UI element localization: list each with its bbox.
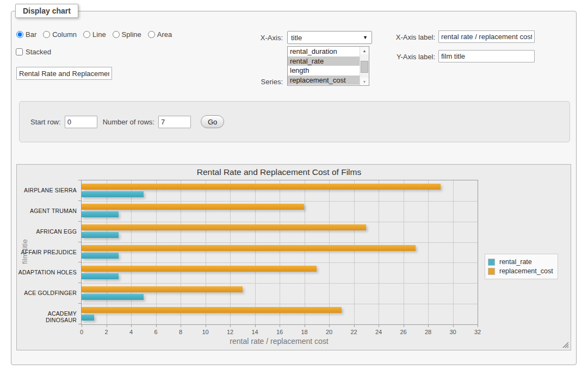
y-tick-mark [78,242,81,242]
series-option-rental_rate[interactable]: rental_rate [288,57,360,66]
bar-replacement_cost [82,184,441,190]
gridline-horizontal [82,304,478,304]
series-listbox-options: rental_durationrental_ratelengthreplacem… [288,47,360,85]
chart-type-option-column[interactable]: Column [43,30,77,39]
scrollbar-thumb[interactable] [361,61,368,73]
chart-type-option-spline[interactable]: Spline [113,30,141,39]
chart-type-radio-bar[interactable] [16,31,23,38]
x-tick-mark [280,325,280,327]
x-axis-selected-value: title [291,34,302,42]
legend-item: replacement_cost [488,267,553,275]
x-tick-label: 16 [271,329,288,335]
chart-title: Rental Rate and Replacement Cost of Film… [81,167,477,177]
x-tick-mark [354,325,355,327]
bar-rental_rate [82,211,119,217]
x-tick-mark [379,325,379,327]
x-tick-label: 6 [148,329,164,335]
bar-replacement_cost [82,204,304,210]
x-tick-mark [305,325,305,327]
y-tick-mark [78,324,81,324]
y-tick-mark [78,303,81,304]
chart-panel: Rental Rate and Replacement Cost of Film… [16,164,571,350]
chart-type-radio-area[interactable] [148,31,155,38]
chart-type-radio-group: BarColumnLineSplineArea [16,30,178,39]
y-tick-label: ADAPTATION HOLES [18,269,77,275]
x-tick-label: 8 [172,329,189,335]
chart-type-radio-line[interactable] [83,31,90,38]
chart-legend: rental_ratereplacement_cost [485,254,558,279]
x-tick-mark [230,325,231,327]
chart-type-radio-label: Bar [26,30,36,39]
x-tick-label: 26 [395,329,412,335]
chart-type-radio-label: Column [52,30,77,39]
series-option-length[interactable]: length [288,66,360,76]
chart-type-option-bar[interactable]: Bar [16,30,36,39]
series-option-replacement_cost[interactable]: replacement_cost [288,76,360,85]
x-tick-label: 28 [420,329,436,335]
start-row-label: Start row: [30,118,61,126]
bar-replacement_cost [82,286,243,292]
bar-replacement_cost [82,245,416,251]
stacked-checkbox-row[interactable]: Stacked [16,48,51,56]
chart-type-radio-spline[interactable] [113,31,120,38]
number-of-rows-label: Number of rows: [103,118,154,126]
x-tick-mark [156,325,157,327]
y-tick-label: AIRPLANE SIERRA [18,187,77,193]
bar-replacement_cost [82,266,317,272]
x-tick-mark [206,325,206,327]
stacked-checkbox[interactable] [16,48,23,55]
chart-title-input[interactable] [16,67,112,80]
x-tick-mark [404,325,404,327]
y-tick-mark [78,200,81,201]
chart-type-radio-column[interactable] [43,31,50,38]
x-tick-label: 32 [469,329,486,335]
series-listbox-scrollbar[interactable]: ▲ ▼ [360,47,369,85]
bar-rental_rate [82,232,119,238]
x-tick-mark [453,325,454,327]
start-row-input[interactable] [65,116,97,128]
x-tick-label: 22 [346,329,362,335]
gridline-horizontal [82,222,478,222]
x-tick-mark [82,325,82,327]
chart-type-radio-label: Spline [122,30,141,39]
legend-label: rental_rate [499,258,532,266]
x-axis-select[interactable]: title ▼ [287,31,372,44]
chart-type-option-line[interactable]: Line [83,30,106,39]
x-axis-field-label: X-Axis: [228,34,283,42]
go-button[interactable]: Go [201,115,224,128]
series-option-rental_duration[interactable]: rental_duration [288,47,360,57]
scroll-up-icon[interactable]: ▲ [360,47,369,54]
x-tick-mark [478,325,478,327]
x-tick-label: 10 [197,329,214,335]
scroll-down-icon[interactable]: ▼ [360,78,369,85]
chart-type-radio-label: Line [92,30,106,39]
number-of-rows-input[interactable] [158,116,191,128]
x-tick-mark [255,325,256,327]
y-tick-label: ACE GOLDFINGER [18,290,77,296]
gridline-horizontal [82,201,478,202]
rows-form-panel: Start row: Number of rows: Go [19,101,570,142]
legend-swatch [488,268,495,275]
bar-rental_rate [82,191,144,197]
gridline-vertical [255,180,256,324]
resize-handle-icon[interactable] [562,342,569,348]
series-listbox[interactable]: rental_durationrental_ratelengthreplacem… [287,46,369,86]
display-chart-legend: Display chart [15,4,78,18]
y-axis-label-input[interactable] [438,50,535,62]
x-axis-label-input[interactable] [438,30,535,43]
y-axis-label-field-label: Y-Axis label: [381,53,435,61]
chart-type-option-area[interactable]: Area [148,30,172,39]
bar-replacement_cost [82,224,366,230]
page: Display chart BarColumnLineSplineArea St… [0,0,588,370]
gridline-vertical [379,180,379,324]
gridline-vertical [280,180,280,324]
bar-replacement_cost [82,307,342,313]
x-tick-mark [107,325,107,327]
bar-rental_rate [82,273,119,279]
gridline-vertical [156,180,157,324]
chart-type-radio-label: Area [157,30,172,39]
x-axis-label-field-label: X-Axis label: [381,33,435,41]
series-field-label: Series: [228,78,283,86]
y-tick-mark [78,283,81,283]
x-tick-label: 12 [222,329,238,335]
